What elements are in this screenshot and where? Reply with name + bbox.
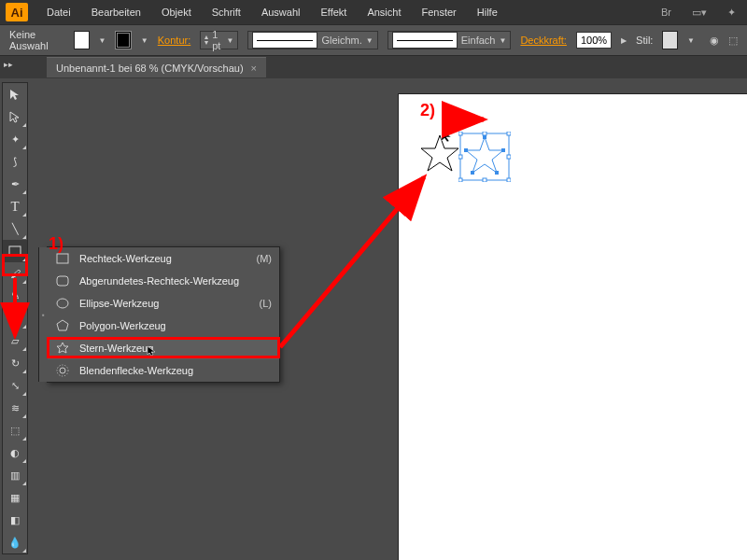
svg-rect-14	[9, 246, 21, 256]
stroke-style-value: Gleichm.	[321, 35, 361, 46]
menu-schrift[interactable]: Schrift	[203, 3, 250, 21]
menu-fenster[interactable]: Fenster	[412, 3, 465, 21]
pencil-tool[interactable]: ✎	[3, 285, 27, 307]
svg-rect-2	[483, 132, 486, 135]
free-transform-tool[interactable]: ⬚	[3, 419, 27, 441]
flyout-ellipse[interactable]: Ellipse-Werkzeug (L)	[48, 292, 279, 315]
eyedropper-tool[interactable]: 💧	[3, 531, 27, 553]
artboard[interactable]	[399, 94, 747, 560]
stroke-weight-stepper[interactable]: ▴▾	[204, 35, 208, 46]
line-tool[interactable]: ╲	[3, 217, 27, 240]
style-caret[interactable]: ▼	[687, 36, 695, 45]
star-icon	[55, 342, 70, 355]
close-icon[interactable]: ×	[251, 63, 257, 74]
eraser-tool[interactable]: ▱	[3, 329, 27, 352]
pen-tool[interactable]: ✒	[3, 173, 27, 195]
chevron-down-icon: ▼	[227, 36, 234, 45]
chevron-down-icon: ▼	[499, 36, 506, 45]
blob-brush-tool[interactable]: ◢	[3, 307, 27, 329]
prefs-icon[interactable]: ⬚	[728, 35, 738, 47]
flyout-ellipse-label: Ellipse-Werkzeug	[79, 298, 250, 309]
gradient-tool[interactable]: ◧	[3, 509, 27, 531]
rect-icon	[55, 253, 70, 264]
flyout-rectangle-shortcut: (M)	[257, 253, 273, 264]
svg-rect-8	[507, 178, 511, 182]
flyout-ellipse-shortcut: (L)	[260, 298, 272, 309]
selected-star[interactable]	[458, 132, 511, 182]
rectangle-tool[interactable]	[3, 240, 27, 262]
flyout-tearoff-handle[interactable]: ▪	[38, 247, 48, 382]
svg-rect-15	[57, 254, 68, 263]
menu-bearbeiten[interactable]: Bearbeiten	[82, 3, 150, 21]
svg-rect-9	[483, 135, 486, 139]
magic-wand-tool[interactable]: ✦	[3, 128, 27, 150]
menu-objekt[interactable]: Objekt	[152, 3, 201, 21]
width-tool[interactable]: ≋	[3, 397, 27, 419]
lasso-tool[interactable]: ⟆	[3, 150, 27, 173]
brush-dropdown[interactable]: Einfach ▼	[388, 31, 512, 49]
stroke-swatch[interactable]	[115, 31, 131, 49]
layout-icon[interactable]: ▭▾	[686, 5, 712, 21]
flyout-roundrect[interactable]: Abgerundetes-Rechteck-Werkzeug	[48, 270, 279, 292]
svg-rect-1	[458, 132, 462, 135]
brush-preview	[392, 32, 458, 49]
stroke-weight-dropdown[interactable]: ▴▾ 1 pt ▼	[200, 31, 238, 49]
ellipse-icon	[55, 298, 70, 309]
opacity-value: 100%	[581, 35, 607, 46]
rotate-tool[interactable]: ↻	[3, 352, 27, 374]
flyout-polygon[interactable]: Polygon-Werkzeug	[48, 315, 279, 337]
stroke-link[interactable]: Kontur:	[158, 35, 190, 46]
menu-effekt[interactable]: Effekt	[311, 3, 356, 21]
document-tab-title: Unbenannt-1 bei 68 % (CMYK/Vorschau)	[56, 63, 244, 74]
control-bar: Keine Auswahl ▼ ▼ Kontur: ▴▾ 1 pt ▼ Glei…	[0, 24, 747, 56]
flyout-polygon-label: Polygon-Werkzeug	[79, 320, 262, 331]
annotation-label-2: 2)	[420, 101, 435, 120]
svg-point-17	[57, 299, 68, 308]
svg-rect-6	[458, 178, 462, 182]
flyout-rectangle[interactable]: Rechteck-Werkzeug (M)	[48, 247, 279, 270]
fill-swatch[interactable]	[74, 31, 90, 49]
menu-hilfe[interactable]: Hilfe	[468, 3, 507, 21]
cursor-icon	[440, 128, 455, 143]
cursor-on-star-icon	[146, 344, 157, 356]
svg-rect-0	[460, 133, 509, 180]
svg-rect-3	[507, 132, 511, 135]
menu-ansicht[interactable]: Ansicht	[358, 3, 410, 21]
annotation-label-1: 1)	[49, 234, 63, 254]
brush-style-value: Einfach	[461, 35, 496, 46]
flyout-roundrect-label: Abgerundetes-Rechteck-Werkzeug	[79, 275, 262, 287]
style-swatch[interactable]	[662, 31, 678, 49]
opacity-input[interactable]: 100%	[576, 32, 612, 49]
app-icon: Ai	[6, 3, 28, 21]
flyout-rectangle-label: Rechteck-Werkzeug	[79, 253, 247, 264]
shape-builder-tool[interactable]: ◐	[3, 441, 27, 464]
menu-datei[interactable]: Datei	[37, 3, 80, 21]
selection-label: Keine Auswahl	[9, 29, 64, 51]
type-tool[interactable]: T	[3, 195, 27, 217]
scale-tool[interactable]: ⤡	[3, 374, 27, 397]
document-tab[interactable]: Unbenannt-1 bei 68 % (CMYK/Vorschau) ×	[47, 57, 266, 77]
selection-tool[interactable]	[3, 83, 27, 105]
opacity-link[interactable]: Deckkraft:	[520, 35, 567, 46]
panel-toggle-icon[interactable]: ▸▸	[4, 60, 13, 69]
stroke-caret[interactable]: ▼	[141, 36, 148, 45]
sync-icon[interactable]: ✦	[722, 5, 741, 21]
opacity-caret[interactable]: ▶	[621, 36, 627, 45]
flyout-star[interactable]: Stern-Werkzeug	[48, 337, 279, 359]
svg-point-19	[60, 368, 65, 373]
stroke-preview	[252, 32, 317, 49]
flyout-flare[interactable]: Blendenflecke-Werkzeug	[48, 359, 279, 382]
recolor-icon[interactable]: ◉	[710, 35, 719, 47]
stroke-profile-dropdown[interactable]: Gleichm. ▼	[247, 31, 377, 49]
mesh-tool[interactable]: ▦	[3, 486, 27, 509]
document-tab-bar: Unbenannt-1 bei 68 % (CMYK/Vorschau) ×	[0, 56, 747, 78]
bridge-icon[interactable]: Br	[655, 5, 677, 20]
paintbrush-tool[interactable]: 🖌	[3, 262, 27, 285]
menu-auswahl[interactable]: Auswahl	[252, 3, 310, 21]
svg-rect-10	[501, 148, 505, 152]
roundrect-icon	[55, 275, 70, 287]
shape-tool-flyout: ▪ Rechteck-Werkzeug (M) Abgerundetes-Rec…	[47, 246, 280, 383]
swatch-caret[interactable]: ▼	[99, 36, 106, 45]
perspective-grid-tool[interactable]: ▥	[3, 464, 27, 486]
direct-selection-tool[interactable]	[3, 105, 27, 128]
